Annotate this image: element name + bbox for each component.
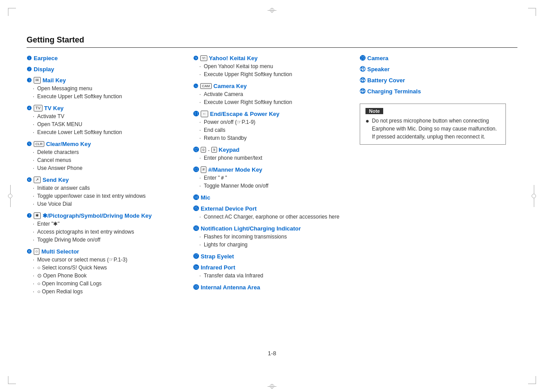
mail-icon: ✉	[34, 77, 41, 84]
end-icon: ←	[201, 111, 208, 117]
list-item: Execute Upper Right Softkey function	[199, 70, 351, 78]
note-content: ● Do not press microphone button when co…	[365, 117, 500, 141]
item-notification-light: ⓰ Notification Light/Charging Indicator …	[193, 225, 351, 249]
cam-icon: CAM	[200, 83, 212, 89]
list-item: Open TASK MENU	[33, 120, 184, 128]
item-battery-cover: ㉒ Battery Cover	[360, 77, 517, 84]
corner-mark-bl	[8, 376, 16, 384]
item-mic: ⓮ Mic	[193, 194, 351, 201]
list-item: End calls	[199, 126, 351, 134]
list-item: Power on/off (☞P.1-9)	[199, 118, 351, 126]
list-item: Activate Camera	[199, 90, 351, 98]
item-manner-key: ⓭ # #/Manner Mode Key Enter "＃" Toggle M…	[193, 166, 351, 190]
list-item: Toggle Driving Mode on/off	[33, 236, 184, 244]
note-label: Note	[365, 108, 383, 114]
hash-icon: #	[201, 166, 206, 173]
item-strap-eyelet: ⓱ Strap Eyelet	[193, 253, 351, 260]
list-item: Delete characters	[33, 148, 184, 156]
side-mark-right	[532, 185, 536, 207]
list-item: ○ Open Redial logs	[33, 288, 184, 296]
item-internal-antenna: ⓳ Internal Antenna Area	[193, 284, 351, 291]
item-send-key: ❻ ↗ Send Key Initiate or answer calls To…	[27, 177, 184, 208]
corner-mark-tr	[528, 8, 536, 16]
send-icon: ↗	[34, 177, 41, 183]
list-item: Toggle upper/lower case in text entry wi…	[33, 192, 184, 200]
item-charging-terminals: ㉓ Charging Terminals	[360, 88, 517, 95]
column-2: ❾ Y! Yahoo! Keitai Key Open Yahoo! Keita…	[193, 55, 360, 295]
list-item: Initiate or answer calls	[33, 184, 184, 192]
keypad-9-icon: 9	[211, 147, 217, 153]
list-item: ○ Open Incoming Call Logs	[33, 280, 184, 288]
corner-mark-br	[528, 376, 536, 384]
item-end-key: ⓫ ← End/Escape & Power Key Power on/off …	[193, 111, 351, 142]
page-number: 1-8	[268, 350, 276, 357]
main-columns: ❶ Earpiece ❷ Display ❸ ✉ Mail Key Open M…	[27, 55, 517, 300]
item-camera: ⓴ Camera	[360, 55, 517, 61]
list-item: Enter "＃"	[199, 174, 351, 182]
list-item: Toggle Manner Mode on/off	[199, 182, 351, 190]
list-item: Access pictographs in text entry windows	[33, 228, 184, 236]
item-speaker: ㉑ Speaker	[360, 66, 517, 73]
list-item: Return to Standby	[199, 134, 351, 142]
list-item: Use Answer Phone	[33, 164, 184, 172]
item-display: ❷ Display	[27, 66, 184, 73]
item-pictograph-key: ❼ ✱ ✱/Pictograph/Symbol/Driving Mode Key…	[27, 212, 184, 244]
note-box: Note ● Do not press microphone button wh…	[360, 104, 506, 145]
item-tv-key: ❹ TV TV Key Activate TV Open TASK MENU E…	[27, 105, 184, 136]
page-title-section: Getting Started	[27, 35, 517, 48]
page-title: Getting Started	[27, 35, 84, 44]
item-keypad: ⓬ 0 - 9 Keypad Enter phone number/text	[193, 146, 351, 162]
list-item: Move cursor or select menus (☞P.1-3)	[33, 256, 184, 264]
circle-icon: ○	[34, 248, 39, 255]
list-item: ⊙ Open Phone Book	[33, 272, 184, 280]
star-icon: ✱	[34, 212, 41, 219]
column-1: ❶ Earpiece ❷ Display ❸ ✉ Mail Key Open M…	[27, 55, 193, 300]
clr-icon: CLR	[34, 141, 44, 147]
column-3: ⓴ Camera ㉑ Speaker ㉒ Battery Cover ㉓	[360, 55, 517, 145]
item-external-port: ⓯ External Device Port Connect AC Charge…	[193, 205, 351, 221]
list-item: Transfer data via Infrared	[199, 272, 351, 280]
list-item: Use Voice Dial	[33, 200, 184, 208]
note-bullet-icon: ●	[365, 117, 369, 125]
item-yahoo-key: ❾ Y! Yahoo! Keitai Key Open Yahoo! Keita…	[193, 55, 351, 78]
list-item: Execute Lower Left Softkey function	[33, 128, 184, 136]
item-mail-key: ❸ ✉ Mail Key Open Messaging menu Execute…	[27, 77, 184, 100]
side-mark-left	[8, 185, 12, 207]
list-item: Activate TV	[33, 112, 184, 120]
tv-icon: TV	[34, 105, 43, 111]
list-item: Enter phone number/text	[199, 154, 351, 162]
yahoo-icon: Y!	[200, 55, 207, 61]
list-item: Lights for charging	[199, 241, 351, 249]
item-earpiece: ❶ Earpiece	[27, 55, 184, 61]
list-item: Open Messaging menu	[33, 85, 184, 92]
list-item: Open Yahoo! Keitai top menu	[199, 62, 351, 70]
item-clear-memo-key: ❺ CLR Clear/Memo Key Delete characters C…	[27, 141, 184, 172]
keypad-icon: 0	[201, 147, 206, 153]
item-camera-key: ❿ CAM Camera Key Activate Camera Execute…	[193, 83, 351, 106]
list-item: Connect AC Charger, earphone or other ac…	[199, 213, 351, 221]
list-item: Enter "✱"	[33, 220, 184, 228]
item-infrared-port: ⓲ Infrared Port Transfer data via Infrar…	[193, 264, 351, 280]
corner-mark-tl	[8, 8, 16, 16]
note-text: Do not press microphone button when conn…	[372, 117, 500, 141]
item-multi-selector: ❽ ○ Multi Selector Move cursor or select…	[27, 248, 184, 296]
list-item: Execute Lower Right Softkey function	[199, 98, 351, 106]
list-item: Flashes for incoming transmissions	[199, 233, 351, 241]
list-item: Execute Upper Left Softkey function	[33, 92, 184, 100]
page-content: Getting Started ❶ Earpiece ❷ Display ❸	[27, 35, 517, 365]
list-item: ○ Select icons/S! Quick News	[33, 264, 184, 272]
list-item: Cancel menus	[33, 156, 184, 164]
